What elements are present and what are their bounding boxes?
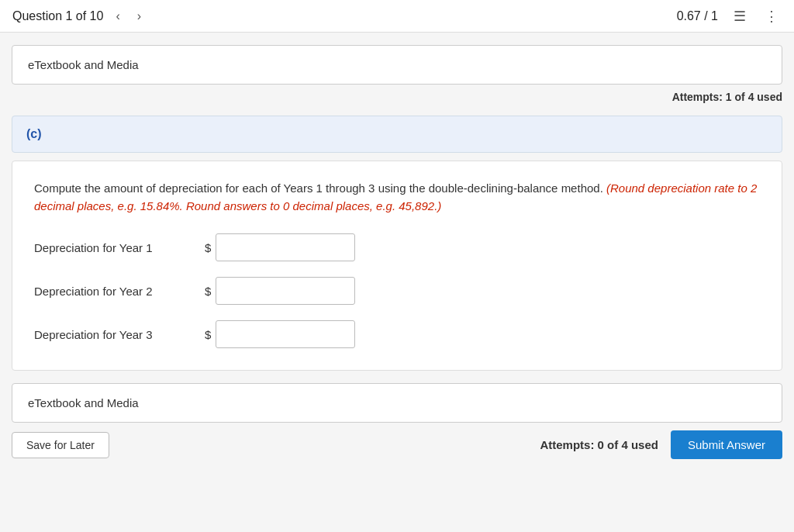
save-for-later-button[interactable]: Save for Later [12,432,109,458]
submit-answer-button[interactable]: Submit Answer [671,430,782,459]
section-c-label: (c) [26,127,42,140]
next-question-button[interactable]: › [133,8,146,25]
prev-question-button[interactable]: ‹ [111,8,124,25]
question-box: Compute the amount of depreciation for e… [12,161,782,371]
top-bar-right: 0.67 / 1 ☰ ⋮ [677,6,782,26]
list-icon: ☰ [734,9,746,24]
etextbook-top-label: eTextbook and Media [28,58,139,71]
more-options-button[interactable]: ⋮ [761,6,782,26]
section-c-header: (c) [12,116,782,153]
etextbook-bottom-label: eTextbook and Media [28,396,139,409]
depreciation-row-year1: Depreciation for Year 1 $ [34,233,760,261]
depreciation-year3-label: Depreciation for Year 3 [34,328,205,341]
depreciation-year1-label: Depreciation for Year 1 [34,241,205,254]
score-label: 0.67 / 1 [677,9,718,23]
depreciation-year2-dollar: $ [205,285,211,298]
depreciation-year1-input[interactable] [216,233,355,261]
depreciation-year2-label: Depreciation for Year 2 [34,285,205,298]
attempts-top-text: Attempts: 1 of 4 used [672,91,782,103]
depreciation-year2-input[interactable] [216,277,355,305]
top-bar-left: Question 1 of 10 ‹ › [12,8,146,25]
top-navigation-bar: Question 1 of 10 ‹ › 0.67 / 1 ☰ ⋮ [0,0,794,33]
attempts-top: Attempts: 1 of 4 used [5,85,789,103]
etextbook-box-bottom: eTextbook and Media [12,383,782,423]
question-text-normal: Compute the amount of depreciation for e… [34,181,603,195]
depreciation-year1-dollar: $ [205,241,211,254]
depreciation-row-year3: Depreciation for Year 3 $ [34,320,760,348]
question-text: Compute the amount of depreciation for e… [34,180,760,215]
main-content: eTextbook and Media Attempts: 1 of 4 use… [5,45,789,467]
more-icon: ⋮ [765,9,778,24]
attempts-footer-text: Attempts: 0 of 4 used [540,438,658,451]
etextbook-box-top: eTextbook and Media [12,45,782,85]
list-icon-button[interactable]: ☰ [730,6,749,26]
depreciation-year3-dollar: $ [205,328,211,341]
footer-right: Attempts: 0 of 4 used Submit Answer [540,430,782,459]
depreciation-row-year2: Depreciation for Year 2 $ [34,277,760,305]
depreciation-year3-input[interactable] [216,320,355,348]
footer-bar: Save for Later Attempts: 0 of 4 used Sub… [5,423,789,467]
question-label: Question 1 of 10 [12,9,103,23]
